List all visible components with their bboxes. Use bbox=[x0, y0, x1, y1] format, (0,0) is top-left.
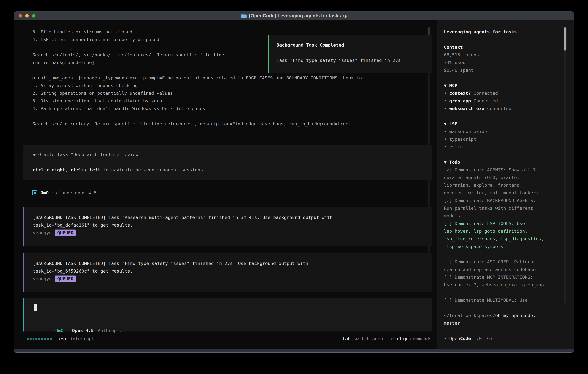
text-line: • websearch_exa Connected bbox=[444, 105, 568, 112]
text-line: 3. File handles or streams not closed bbox=[32, 28, 365, 36]
text-line: curated agents (OmO, oracle, bbox=[444, 174, 568, 181]
working-dot-icon bbox=[32, 338, 34, 340]
text-line: Search src/ directory. Return specific f… bbox=[32, 120, 365, 128]
ctrlp-key-hint: ctrl+p bbox=[391, 336, 407, 341]
text-line bbox=[444, 304, 568, 312]
text-line: Leveraging agents for tasks bbox=[444, 28, 568, 36]
text-line bbox=[444, 74, 568, 82]
toast-title: Background Task Completed bbox=[276, 41, 431, 49]
folder-icon bbox=[241, 13, 247, 18]
session-sidebar: Leveraging agents for tasks Context66,51… bbox=[437, 20, 574, 349]
working-dot-icon bbox=[44, 338, 46, 340]
text-line: document-writer, multimodal-looker) bbox=[444, 189, 568, 197]
text-line: ~/local-workspaces/oh-my-opencode: bbox=[444, 312, 568, 319]
session-busy-spinner-icon: ◑ bbox=[343, 13, 347, 18]
text-line: [ ] Demonstrate AST-GREP: Pattern bbox=[444, 258, 568, 266]
queued-badge: QUEUED bbox=[55, 276, 76, 282]
text-line: 66,518 tokens bbox=[444, 51, 568, 59]
text-line: [ ] Demonstrate MULTIMODAL: Use bbox=[444, 296, 568, 304]
window-title: [OpenCode] Leveraging agents for tasks bbox=[249, 13, 341, 19]
text-line: • eslint bbox=[444, 143, 568, 151]
sidebar-content: Leveraging agents for tasks Context66,51… bbox=[444, 28, 568, 342]
text-line: [ ] Demonstrate MCP INTEGRATIONS: bbox=[444, 273, 568, 281]
text-line bbox=[32, 112, 365, 120]
text-line: $0.46 spent bbox=[444, 66, 568, 74]
text-line: [ ] Demonstrate LSP TOOLS: Use bbox=[444, 220, 568, 227]
close-window-button[interactable] bbox=[19, 14, 22, 18]
text-line: ▼ MCP bbox=[444, 82, 568, 89]
text-line: [✓] Demonstrate BACKGROUND AGENTS: bbox=[444, 197, 568, 204]
text-line: • context7 Connected bbox=[444, 89, 568, 97]
ctrlp-key-label: commands bbox=[410, 336, 431, 341]
window-controls bbox=[19, 11, 35, 20]
message-author: yeongyu bbox=[33, 230, 52, 235]
input-provider-label: Anthropic bbox=[98, 328, 122, 333]
working-dot-icon bbox=[30, 338, 32, 340]
text-line: 4. Path operations that don't handle Win… bbox=[32, 105, 365, 112]
text-line: 33% used bbox=[444, 59, 568, 66]
text-line: 2. String operations on potentially unde… bbox=[32, 89, 365, 97]
input-agent-label: OmO bbox=[55, 328, 63, 333]
tab-key-label: switch agent bbox=[353, 336, 386, 341]
tab-key-hint: tab bbox=[342, 336, 351, 341]
background-task-toast: Background Task Completed Task "Find typ… bbox=[268, 35, 432, 73]
separator-dot-icon: · bbox=[51, 190, 54, 195]
working-dot-icon bbox=[41, 338, 43, 340]
text-line bbox=[444, 289, 568, 296]
esc-key-hint: esc bbox=[59, 336, 67, 341]
text-line: lsp_workspace_symbols bbox=[444, 243, 568, 250]
text-line bbox=[33, 158, 432, 166]
omo-agent-icon bbox=[32, 190, 37, 195]
agent-name: OmO bbox=[41, 190, 49, 195]
text-line: Run parallel tasks with different bbox=[444, 204, 568, 212]
text-line: ⚙ call_omo_agent [subagent_type=explore,… bbox=[32, 74, 365, 82]
text-line: ▼ Todo bbox=[444, 158, 568, 166]
text-line: models bbox=[444, 212, 568, 220]
chat-scrollbar-thumb-top[interactable] bbox=[428, 28, 430, 36]
sidebar-scrollbar-track[interactable] bbox=[564, 28, 567, 303]
window-title-group: [OpenCode] Leveraging agents for tasks ◑ bbox=[241, 13, 347, 19]
text-line: ◉ Oracle Task "Deep architecture review" bbox=[33, 151, 432, 158]
working-dot-icon bbox=[38, 338, 40, 340]
text-line: • typescript bbox=[444, 135, 568, 143]
message-line: [BACKGROUND TASK COMPLETED] Task "Resear… bbox=[33, 214, 432, 221]
queued-badge: QUEUED bbox=[55, 229, 76, 236]
text-line: ▼ LSP bbox=[444, 120, 568, 128]
background-task-message: [BACKGROUND TASK COMPLETED] Task "Find t… bbox=[23, 253, 432, 292]
text-line bbox=[444, 327, 568, 335]
text-line: Context bbox=[444, 43, 568, 51]
text-line bbox=[444, 36, 568, 43]
working-dot-icon bbox=[35, 338, 37, 340]
text-line: Use context7, websearch_exa, grep_app bbox=[444, 281, 568, 289]
message-line: task_id="bg_dcfac161" to get results. bbox=[33, 221, 432, 229]
message-line: [BACKGROUND TASK COMPLETED] Task "Find t… bbox=[33, 260, 432, 267]
text-line: [✓] Demonstrate AGENTS: Show all 7 bbox=[444, 166, 568, 174]
text-line: lsp_hover, lsp_goto_definition, bbox=[444, 227, 568, 235]
prompt-input[interactable]: OmOOpus 4.5Anthropic bbox=[23, 298, 432, 332]
oracle-task-box: ◉ Oracle Task "Deep architecture review"… bbox=[23, 145, 432, 180]
working-indicator-dots bbox=[27, 335, 53, 343]
text-line bbox=[444, 151, 568, 158]
message-author: yeongyu bbox=[33, 276, 52, 281]
minimize-window-button[interactable] bbox=[25, 14, 29, 18]
working-dot-icon bbox=[27, 338, 29, 340]
working-dot-icon bbox=[47, 338, 49, 340]
text-line: • grep_app Connected bbox=[444, 97, 568, 105]
text-line: 1. Array access without bounds checking bbox=[32, 82, 365, 89]
text-line bbox=[444, 250, 568, 258]
agent-header: OmO · claude-opus-4-5 bbox=[32, 189, 96, 197]
agent-model: claude-opus-4-5 bbox=[56, 190, 96, 195]
window-bottom-bar bbox=[14, 349, 574, 353]
text-line: ctrl+x right, ctrl+x left to navigate be… bbox=[33, 166, 432, 174]
zoom-window-button[interactable] bbox=[32, 14, 35, 18]
text-line: master bbox=[444, 319, 568, 327]
titlebar[interactable]: [OpenCode] Leveraging agents for tasks ◑ bbox=[14, 11, 574, 20]
text-line: lsp_find_references, lsp_diagnostics, bbox=[444, 235, 568, 243]
text-line: • markdown-oxide bbox=[444, 128, 568, 135]
text-line: • OpenCode 1.0.163 bbox=[444, 335, 568, 342]
text-line: search and replace across codebase bbox=[444, 266, 568, 273]
sidebar-scrollbar-thumb[interactable] bbox=[564, 28, 567, 51]
background-task-message: [BACKGROUND TASK COMPLETED] Task "Resear… bbox=[23, 207, 432, 246]
text-line: 3. Division operations that could divide… bbox=[32, 97, 365, 105]
esc-key-label bbox=[67, 336, 70, 341]
